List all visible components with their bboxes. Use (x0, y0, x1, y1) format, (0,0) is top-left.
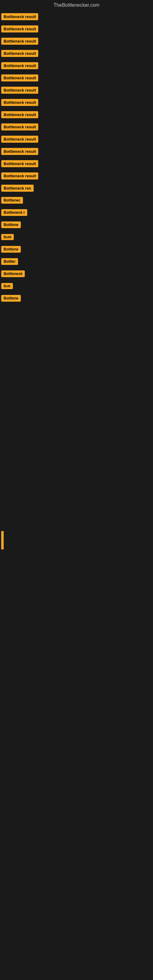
list-item: Bottleneck result (0, 72, 153, 84)
list-item: Bottleneck result (0, 133, 153, 145)
list-item: Bottlene (0, 219, 153, 231)
bottleneck-badge[interactable]: Bottleneck result (1, 50, 38, 57)
bottleneck-badge[interactable]: Bottleneck result (1, 99, 38, 106)
bottleneck-badge[interactable]: Bottleneck r (1, 209, 27, 216)
site-title: TheBottlenecker.com (0, 0, 153, 10)
list-item: Bottlene (0, 292, 153, 304)
list-item: Bottleneck result (0, 170, 153, 182)
bottleneck-badge[interactable]: Bottleneck result (1, 13, 38, 20)
bottleneck-badge[interactable]: Bottleneck result (1, 172, 38, 180)
list-item: Bottleneck r (0, 207, 153, 219)
bottleneck-badge[interactable]: Bottlenec (1, 197, 23, 204)
bottleneck-badge[interactable]: Bottleneck result (1, 111, 38, 118)
bottleneck-badge[interactable]: Bottleneck result (1, 87, 38, 94)
list-item: Bottl (0, 231, 153, 243)
list-item: Bottleneck result (0, 47, 153, 59)
list-item: Bottleneck result (0, 10, 153, 23)
list-item: Bottler (0, 255, 153, 268)
list-item: Bottlenec (0, 194, 153, 207)
bottleneck-badge[interactable]: Bottleneck result (1, 75, 38, 81)
bottleneck-badge[interactable]: Bottl (1, 234, 14, 240)
list-item: Bottleneck result (0, 35, 153, 47)
list-item: Bottleneck result (0, 145, 153, 158)
list-item: Bottleneck res (0, 182, 153, 194)
list-item: Bottleneck result (0, 158, 153, 170)
list-item: Bott (0, 280, 153, 292)
bottleneck-badge[interactable]: Bottler (1, 258, 18, 265)
bottleneck-badge[interactable]: Bott (1, 283, 13, 289)
list-item: Bottleneck (0, 268, 153, 280)
bottleneck-badge[interactable]: Bottlene (1, 295, 21, 302)
list-item: Bottleneck result (0, 121, 153, 133)
bottleneck-badge[interactable]: Bottleneck result (1, 38, 38, 45)
bottleneck-badge[interactable]: Bottleneck result (1, 123, 38, 130)
list-item: Bottlene (0, 243, 153, 255)
bottleneck-badge[interactable]: Bottlene (1, 246, 21, 253)
bottleneck-badge[interactable]: Bottleneck result (1, 160, 38, 167)
list-item: Bottleneck result (0, 108, 153, 121)
small-indicator (1, 531, 4, 549)
bottleneck-badge[interactable]: Bottleneck result (1, 148, 38, 155)
list-item: Bottleneck result (0, 96, 153, 108)
list-item: Bottleneck result (0, 59, 153, 72)
list-item: Bottleneck result (0, 23, 153, 35)
bottleneck-badge[interactable]: Bottleneck res (1, 185, 33, 192)
list-item: Bottleneck result (0, 84, 153, 96)
bottleneck-badge[interactable]: Bottlene (1, 221, 21, 228)
bottleneck-badge[interactable]: Bottleneck result (1, 25, 38, 32)
bottleneck-badge[interactable]: Bottleneck result (1, 136, 38, 143)
bottleneck-badge[interactable]: Bottleneck (1, 270, 25, 277)
bottleneck-badge[interactable]: Bottleneck result (1, 62, 38, 69)
